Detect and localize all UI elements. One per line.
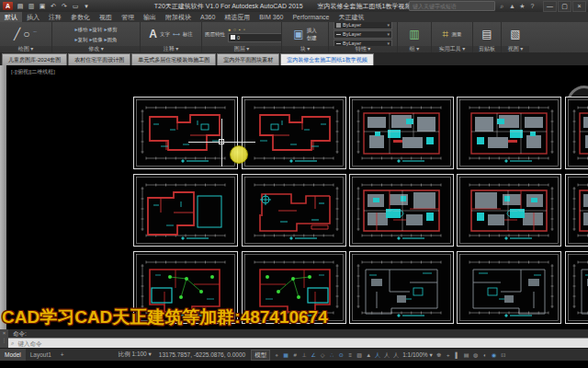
close-button[interactable]: × [572, 1, 586, 12]
layout-tab-+[interactable]: + [56, 349, 69, 361]
quick-properties-icon[interactable]: ▤ [462, 351, 470, 360]
selection-cycling-icon[interactable]: ▲ [365, 351, 373, 360]
layer-dropdown[interactable]: 0 ▾ [228, 33, 281, 42]
modify-tool-圆角[interactable]: ▸圆角 [105, 36, 118, 43]
text-tool-icon[interactable]: A [149, 28, 157, 40]
help-icon[interactable]: ? [528, 3, 537, 10]
annotation-monitor-icon[interactable]: + [444, 351, 452, 360]
ribbon-tab-精选应用[interactable]: 精选应用 [220, 12, 254, 22]
ribbon-tab-附加模块[interactable]: 附加模块 [161, 12, 196, 22]
dimension-tool-label[interactable]: 标注 [183, 31, 193, 38]
panel-view-label[interactable]: 视图 ▾ [502, 46, 529, 52]
transparency-icon[interactable]: ▨ [356, 351, 364, 360]
qat-dropdown-icon[interactable]: ▾ [82, 2, 91, 11]
maximize-button[interactable]: ▢ [558, 1, 571, 12]
osnap-icon[interactable]: ⊙ [337, 351, 345, 360]
star-icon[interactable]: ★ [518, 3, 526, 10]
file-tab-室内装修全套施工图纸1教学视频[interactable]: 室内装修全套施工图纸1教学视频 [280, 53, 373, 65]
circle-tool-icon[interactable]: ○ [23, 28, 29, 40]
open-file-icon[interactable]: ▥ [27, 2, 36, 11]
modify-tool-移动[interactable]: ▸移动 [74, 26, 87, 33]
layout-tab-Model[interactable]: Model [0, 349, 26, 361]
file-tab-农村住宅平面设计图[interactable]: 农村住宅平面设计图 [68, 53, 130, 65]
view-icon[interactable]: ▧ [510, 28, 520, 40]
layer-properties-label[interactable]: 图层特性 [205, 31, 225, 38]
signin-icon[interactable]: ▲ [508, 3, 516, 10]
dimension-tool-icon[interactable]: ⟷ [173, 31, 180, 37]
ribbon-tab-注释[interactable]: 注释 [44, 12, 66, 22]
command-input[interactable] [14, 340, 588, 347]
ribbon-tab-BIM 360[interactable]: BIM 360 [254, 12, 288, 22]
property-dropdown-2[interactable]: ByLayer▾ [334, 40, 392, 47]
panel-annotate-label[interactable]: 注释 ▾ [141, 46, 201, 52]
app-menu-icon[interactable]: A [3, 2, 13, 10]
lock-ui-icon[interactable]: ◍ [471, 351, 480, 360]
ribbon-tab-Performance[interactable]: Performance [288, 12, 334, 22]
insert-block-icon[interactable]: ▣ [293, 28, 303, 40]
paste-icon[interactable]: ▤ [481, 28, 492, 40]
save-icon[interactable]: ▣ [38, 2, 47, 11]
osnap-tracking-icon[interactable]: ∴ [328, 351, 336, 360]
snap-icon[interactable]: ▦ [282, 351, 290, 360]
polar-icon[interactable]: ∠ [310, 351, 318, 360]
commandline-grip[interactable]: ×⋮ [0, 329, 8, 348]
commandline[interactable]: ⌕ [0, 338, 588, 348]
isodraft-icon[interactable]: ◇ [319, 351, 327, 360]
ribbon-tab-A360[interactable]: A360 [196, 12, 220, 22]
measure-icon[interactable]: ⌗ [443, 28, 449, 40]
isolate-icon[interactable]: ◐ [481, 351, 489, 360]
ribbon-tab-视图[interactable]: 视图 [95, 12, 117, 22]
insert-block-label[interactable]: 插入 [307, 28, 317, 34]
clean-screen-icon[interactable]: ⊡ [499, 351, 507, 360]
layout-tab-Layout1[interactable]: Layout1 [26, 349, 56, 361]
line-tool-icon[interactable]: ╱ [14, 28, 20, 40]
tz-scale-indicator[interactable]: 比例 1:100 ▾ [119, 351, 152, 359]
search-icon[interactable]: ⌕ [498, 3, 506, 10]
model-space-button[interactable]: 模型 [251, 350, 270, 361]
workspace-gear-icon[interactable]: ☸ [435, 351, 443, 360]
infocenter-search[interactable] [409, 1, 495, 11]
arc-tool-icon[interactable]: ⌒ [32, 31, 38, 38]
lineweight-icon[interactable]: ≡ [346, 351, 355, 360]
create-block-label[interactable]: 创建 [307, 35, 317, 41]
panel-groups-label[interactable]: 组 ▾ [398, 46, 431, 52]
measure-label[interactable]: 测量 [451, 31, 461, 38]
ribbon-tab-天正建筑[interactable]: 天正建筑 [334, 12, 369, 22]
panel-modify-label[interactable]: 修改 ▾ [52, 46, 140, 52]
modify-tool-修剪[interactable]: ▸修剪 [105, 26, 118, 33]
ortho-icon[interactable]: ⊥ [300, 351, 309, 360]
panel-clipboard-label[interactable]: 剪贴板 [473, 46, 501, 52]
panel-utilities-label[interactable]: 实用工具 ▾ [432, 46, 472, 52]
ribbon-tab-输出[interactable]: 输出 [139, 12, 161, 22]
minimize-button[interactable]: — [543, 1, 557, 12]
property-dropdown-0[interactable]: ByLayer▾ [334, 22, 392, 29]
group-icon[interactable]: ▥ [409, 28, 419, 40]
grid-icon[interactable]: # [291, 351, 300, 360]
panel-draw-label[interactable]: 绘图 ▾ [0, 46, 51, 52]
new-file-icon[interactable]: ▤ [16, 2, 25, 11]
file-tab-室内外平面图块素材[interactable]: 室内外平面图块素材 [217, 53, 279, 65]
autoscale-icon[interactable]: 人 [383, 351, 391, 360]
ribbon-tab-默认[interactable]: 默认 [0, 12, 22, 22]
annotation-scale-icon[interactable]: 人 [392, 351, 401, 360]
panel-block-label[interactable]: 块 ▾ [282, 46, 328, 52]
annotation-visibility-icon[interactable]: 人 [374, 351, 382, 360]
annotation-scale-readout[interactable]: 1:1/100% ▾ [402, 351, 433, 359]
modify-tool-旋转[interactable]: ▸旋转 [89, 26, 102, 33]
search-input[interactable] [410, 4, 494, 9]
file-tab-儿童房图库-2024套图[interactable]: 儿童房图库-2024套图 [2, 53, 67, 65]
drawing-canvas[interactable]: [-][俯视][二维线框] [0, 65, 588, 329]
property-dropdown-1[interactable]: ByLayer▾ [334, 30, 392, 39]
units-icon[interactable]: ▌ [453, 351, 461, 360]
modify-tool-镜像[interactable]: ▸镜像 [89, 36, 102, 43]
modify-tool-复制[interactable]: ▸复制 [74, 36, 87, 43]
undo-icon[interactable]: ↶ [49, 2, 58, 11]
redo-icon[interactable]: ↷ [60, 2, 69, 11]
panel-properties-label[interactable]: 特性 ▾ [329, 46, 397, 52]
ribbon-tab-参数化[interactable]: 参数化 [66, 12, 95, 22]
file-tab-单元式多层住宅楼装饰施工图[interactable]: 单元式多层住宅楼装饰施工图 [131, 53, 216, 65]
infer-constraints-icon[interactable]: ⌖ [273, 351, 281, 360]
viewport-controls[interactable]: [-][俯视][二维线框] [11, 68, 55, 76]
docked-toolbar-strip[interactable] [0, 65, 6, 329]
graphics-performance-icon[interactable]: ◉ [490, 351, 498, 360]
